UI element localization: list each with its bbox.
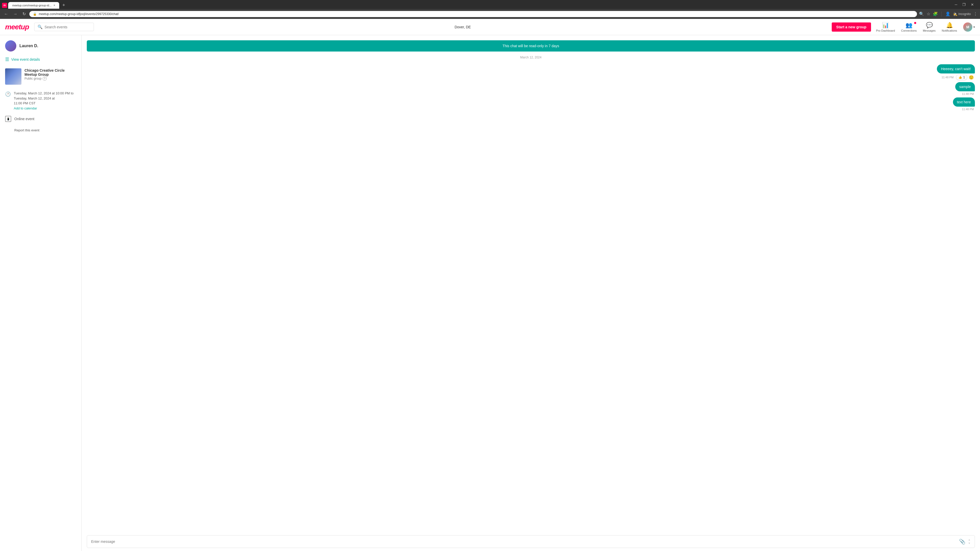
group-image xyxy=(5,68,21,85)
group-card: Chicago Creative Circle Meetup Group Pub… xyxy=(5,68,76,85)
user-avatar-wrapper[interactable]: M ▾ xyxy=(963,22,975,32)
view-event-details-link[interactable]: ☰ View event details xyxy=(5,57,76,62)
message-bubble-1: Heeeey, can't wait! xyxy=(937,64,975,73)
minimize-button[interactable]: ─ xyxy=(954,3,958,6)
browser-nav-icons: 🔍 ☆ 🧩 👤 🕵 Incognito ⋮ xyxy=(919,11,977,17)
message-input[interactable] xyxy=(91,540,956,544)
help-icon[interactable]: ? xyxy=(43,76,47,81)
view-event-label: View event details xyxy=(11,57,40,62)
input-scroll-arrows: ▲ ▼ xyxy=(968,538,970,545)
thumbsup-icon: 👍 xyxy=(958,76,962,79)
messages-container: Heeeey, can't wait! 11:48 PM 👍 1 🙂 xyxy=(87,64,975,535)
chat-date: March 12, 2024 xyxy=(87,56,975,59)
add-reaction-icon[interactable]: 🙂 xyxy=(969,75,974,80)
header-nav: 📊 Pro Dashboard 👥 Connections 💬 Messages… xyxy=(876,22,975,32)
tab-bar: m meetup.com/meetup-group-id... × + ─ ❐ … xyxy=(0,0,980,9)
pro-dashboard-label: Pro Dashboard xyxy=(876,29,895,32)
nav-item-notifications[interactable]: 🔔 Notifications xyxy=(942,22,957,32)
meetup-header: meetup 🔍 Dover, DE Start a new group 📊 P… xyxy=(0,19,980,35)
add-to-calendar-link[interactable]: Add to calendar xyxy=(14,106,37,110)
browser-search-icon[interactable]: 🔍 xyxy=(919,11,924,16)
url-text: meetup.com/meetup-group-idfjoojl/events/… xyxy=(39,12,913,16)
online-event-icon: 📱 xyxy=(5,116,11,122)
group-type-label: Public group xyxy=(24,77,41,80)
event-time: 🕐 Tuesday, March 12, 2024 at 10:00 PM to… xyxy=(5,91,76,111)
search-input[interactable] xyxy=(45,25,91,29)
user-avatar: M xyxy=(963,22,972,32)
reaction-count: 1 xyxy=(963,76,965,79)
avatar-dropdown-icon[interactable]: ▾ xyxy=(974,25,975,29)
notification-dot xyxy=(914,22,916,24)
lock-icon: 🔒 xyxy=(33,12,37,16)
user-row: Lauren D. xyxy=(5,40,76,52)
user-name: Lauren D. xyxy=(19,44,38,48)
close-button[interactable]: ✕ xyxy=(970,3,975,6)
reaction-thumbsup[interactable]: 👍 1 xyxy=(956,75,967,80)
search-container[interactable]: 🔍 xyxy=(34,23,94,31)
online-event: 📱 Online event xyxy=(5,116,76,122)
meetup-app: meetup 🔍 Dover, DE Start a new group 📊 P… xyxy=(0,19,980,551)
pro-dashboard-icon: 📊 xyxy=(882,22,889,29)
report-event: Report this event xyxy=(5,128,76,132)
incognito-icon: 🕵 xyxy=(953,12,957,16)
user-avatar-sidebar xyxy=(5,40,16,52)
group-type: Public group ? xyxy=(24,76,76,81)
attach-icon[interactable]: 📎 xyxy=(959,538,966,545)
time-icon: 🕐 xyxy=(5,91,11,97)
messages-icon: 💬 xyxy=(926,22,933,29)
notifications-icon: 🔔 xyxy=(946,22,953,29)
event-details-icon: ☰ xyxy=(5,57,9,62)
message-time-1: 11:48 PM xyxy=(942,76,953,79)
scroll-down-arrow[interactable]: ▼ xyxy=(968,542,970,545)
refresh-button[interactable]: ↻ xyxy=(21,11,27,17)
sidebar: Lauren D. ☰ View event details Chicago C… xyxy=(0,35,82,551)
profile-icon[interactable]: 👤 xyxy=(945,11,950,16)
tab-close-button[interactable]: × xyxy=(53,3,55,7)
time-details: Tuesday, March 12, 2024 at 10:00 PM to T… xyxy=(14,91,76,111)
incognito-badge: 🕵 Incognito xyxy=(953,12,971,16)
more-options-icon[interactable]: ⋮ xyxy=(974,11,977,16)
favicon-icon: m xyxy=(2,3,7,8)
event-time-line2: 11:00 PM CST xyxy=(14,101,76,106)
restore-button[interactable]: ❐ xyxy=(961,3,967,6)
back-button[interactable]: ← xyxy=(3,11,10,17)
message-time-2: 11:48 PM xyxy=(962,92,974,95)
message-time-3: 11:48 PM xyxy=(962,108,974,111)
extensions-icon[interactable]: 🧩 xyxy=(933,11,938,16)
new-tab-button[interactable]: + xyxy=(60,2,67,9)
location-display: Dover, DE xyxy=(99,25,827,29)
chat-area: This chat will be read-only in 7 days Ma… xyxy=(82,35,980,551)
meetup-logo[interactable]: meetup xyxy=(5,23,29,31)
online-event-label: Online event xyxy=(14,117,35,121)
browser-nav: ← → ↻ 🔒 meetup.com/meetup-group-idfjoojl… xyxy=(0,9,980,19)
message-bubble-3: text here xyxy=(953,97,975,106)
nav-item-connections[interactable]: 👥 Connections xyxy=(901,22,917,32)
table-row: Heeeey, can't wait! 11:48 PM 👍 1 🙂 xyxy=(937,64,975,80)
message-input-area: 📎 ▲ ▼ xyxy=(87,535,975,548)
bookmark-icon[interactable]: ☆ xyxy=(927,11,930,16)
nav-item-messages[interactable]: 💬 Messages xyxy=(923,22,935,32)
table-row: sample 11:48 PM xyxy=(955,82,975,95)
event-time-line1: Tuesday, March 12, 2024 at 10:00 PM to T… xyxy=(14,91,76,101)
nav-item-pro-dashboard[interactable]: 📊 Pro Dashboard xyxy=(876,22,895,32)
start-group-button[interactable]: Start a new group xyxy=(832,22,871,32)
connections-label: Connections xyxy=(901,29,917,32)
browser-chrome: m meetup.com/meetup-group-id... × + ─ ❐ … xyxy=(0,0,980,19)
address-bar[interactable]: 🔒 meetup.com/meetup-group-idfjoojl/event… xyxy=(29,11,917,17)
forward-button[interactable]: → xyxy=(12,11,19,17)
message-bubble-2: sample xyxy=(955,82,975,91)
report-event-link[interactable]: Report this event xyxy=(14,128,39,132)
message-reactions-1: 👍 1 🙂 xyxy=(956,75,974,80)
read-only-banner: This chat will be read-only in 7 days xyxy=(87,40,975,52)
active-tab[interactable]: meetup.com/meetup-group-id... × xyxy=(8,2,59,9)
messages-label: Messages xyxy=(923,29,935,32)
group-name: Chicago Creative Circle Meetup Group xyxy=(24,68,76,76)
scroll-up-arrow[interactable]: ▲ xyxy=(968,538,970,541)
tab-title: meetup.com/meetup-group-id... xyxy=(12,4,51,7)
group-info: Chicago Creative Circle Meetup Group Pub… xyxy=(24,68,76,81)
avatar-initials: M xyxy=(966,25,969,29)
window-controls: ─ ❐ ✕ xyxy=(951,3,978,8)
header-search-icon: 🔍 xyxy=(38,24,43,29)
table-row: text here 11:48 PM xyxy=(953,97,975,111)
connections-icon: 👥 xyxy=(905,22,912,29)
